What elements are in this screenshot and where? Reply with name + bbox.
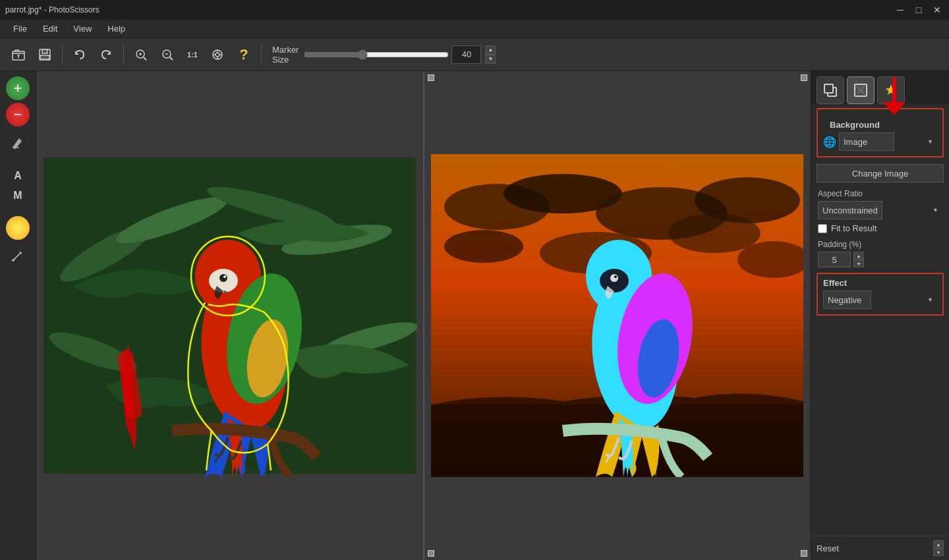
background-type-row: 🌐 Image Color Transparent — [823, 132, 937, 151]
original-canvas-bg — [36, 71, 423, 560]
main-area: + − A M — [0, 71, 949, 560]
close-button[interactable]: ✕ — [931, 3, 944, 16]
reset-stepper: ▲ ▼ — [933, 540, 944, 556]
background-type-wrapper: Image Color Transparent — [839, 132, 937, 151]
original-canvas-svg — [40, 154, 419, 477]
svg-rect-47 — [824, 84, 833, 93]
eraser-button[interactable] — [5, 129, 31, 155]
marker-size-down[interactable]: ▼ — [485, 55, 496, 64]
padding-label: Padding (%) — [811, 236, 949, 250]
zoom-in-button[interactable] — [129, 43, 153, 67]
marker-size-label: MarkerSize — [272, 45, 299, 65]
padding-up[interactable]: ▲ — [853, 252, 864, 260]
right-tabs: ★ — [811, 71, 949, 104]
aspect-ratio-select[interactable]: Unconstrained 1:1 4:3 16:9 — [818, 201, 882, 219]
zoom-1to1-button[interactable]: 1:1 — [182, 43, 203, 67]
svg-point-7 — [216, 53, 219, 57]
effect-section: Effect None Negative Grayscale Sepia Blu… — [817, 273, 944, 316]
reset-stepper-down[interactable]: ▼ — [933, 548, 944, 556]
fit-to-result-checkbox[interactable] — [818, 224, 827, 233]
svg-marker-52 — [883, 102, 906, 115]
fit-to-result-label: Fit to Result — [831, 223, 877, 233]
marker-size-slider[interactable] — [304, 49, 449, 60]
padding-input[interactable] — [818, 252, 851, 267]
manual-mode-label[interactable]: M — [11, 187, 24, 204]
marker-size-up[interactable]: ▲ — [485, 45, 496, 55]
right-panel: ★ Background 🌐 Imag — [811, 71, 949, 560]
globe-icon: 🌐 — [823, 136, 836, 148]
separator-2 — [123, 45, 124, 65]
tab-copy-button[interactable] — [817, 76, 844, 104]
reset-stepper-up[interactable]: ▲ — [933, 540, 944, 548]
marker-size-input[interactable] — [451, 45, 481, 64]
preview-canvas-svg — [431, 154, 803, 477]
canvas-area — [36, 71, 811, 560]
help-button[interactable]: ? — [232, 43, 256, 67]
svg-point-33 — [444, 230, 523, 263]
corner-handle-br[interactable] — [801, 550, 807, 557]
reset-button[interactable]: Reset — [817, 544, 839, 553]
menubar: File Edit View Help — [0, 20, 949, 38]
window-controls: ─ □ ✕ — [894, 3, 944, 16]
remove-background-button[interactable]: − — [6, 103, 30, 126]
svg-point-21 — [223, 275, 226, 278]
window-title: parrot.jpg* - PhotoScissors — [5, 5, 100, 14]
corner-handle-tl[interactable] — [428, 74, 434, 81]
aspect-ratio-wrapper: Unconstrained 1:1 4:3 16:9 — [818, 201, 942, 219]
fit-to-result-row: Fit to Result — [811, 221, 949, 236]
svg-point-32 — [668, 213, 761, 253]
open-button[interactable] — [7, 43, 30, 67]
right-bottom: Reset ▲ ▼ — [811, 536, 949, 560]
svg-point-41 — [614, 275, 617, 278]
background-title: Background — [823, 115, 937, 132]
padding-down[interactable]: ▼ — [853, 260, 864, 267]
background-type-select[interactable]: Image Color Transparent — [839, 132, 894, 151]
color-picker-button[interactable] — [6, 216, 30, 240]
toolbar: 1:1 ? MarkerSize ▲ ▼ — [0, 38, 949, 71]
maximize-button[interactable]: □ — [912, 3, 925, 16]
add-foreground-button[interactable]: + — [6, 76, 30, 100]
corner-handle-tr[interactable] — [801, 74, 807, 81]
redo-button[interactable] — [94, 43, 118, 67]
svg-rect-2 — [42, 49, 47, 53]
effect-dropdown-wrapper: None Negative Grayscale Sepia Blur — [823, 291, 937, 309]
padding-row: ▲ ▼ — [811, 250, 949, 269]
menu-help[interactable]: Help — [100, 21, 133, 36]
separator-1 — [62, 45, 63, 65]
preview-canvas-panel[interactable] — [424, 71, 811, 560]
original-canvas-panel[interactable] — [36, 71, 424, 560]
minimize-button[interactable]: ─ — [894, 3, 907, 16]
effect-select[interactable]: None Negative Grayscale Sepia Blur — [823, 291, 871, 309]
marker-size-stepper: ▲ ▼ — [485, 45, 496, 64]
svg-point-40 — [610, 274, 618, 282]
effect-title: Effect — [818, 274, 942, 291]
red-arrow-indicator — [877, 74, 913, 117]
menu-edit[interactable]: Edit — [35, 21, 65, 36]
zoom-out-button[interactable] — [156, 43, 179, 67]
undo-button[interactable] — [68, 43, 92, 67]
menu-file[interactable]: File — [5, 21, 35, 36]
corner-handle-bl[interactable] — [428, 550, 434, 557]
svg-point-20 — [219, 274, 227, 282]
change-image-button[interactable]: Change Image — [817, 164, 944, 182]
svg-rect-3 — [40, 55, 49, 59]
left-toolbar: + − A M — [0, 71, 36, 560]
aspect-ratio-label: Aspect Ratio — [811, 185, 949, 200]
svg-point-8 — [12, 259, 14, 262]
menu-view[interactable]: View — [65, 21, 100, 36]
zoom-fit-button[interactable] — [206, 43, 229, 67]
brush-tool-button[interactable] — [5, 242, 31, 269]
auto-mode-label[interactable]: A — [11, 167, 24, 184]
effect-dropdown-row: None Negative Grayscale Sepia Blur — [818, 291, 942, 314]
tab-background-button[interactable] — [847, 76, 875, 104]
preview-canvas-bg — [424, 71, 811, 560]
save-button[interactable] — [33, 43, 57, 67]
padding-stepper: ▲ ▼ — [853, 252, 864, 267]
titlebar: parrot.jpg* - PhotoScissors ─ □ ✕ — [0, 0, 949, 20]
separator-3 — [261, 45, 262, 65]
